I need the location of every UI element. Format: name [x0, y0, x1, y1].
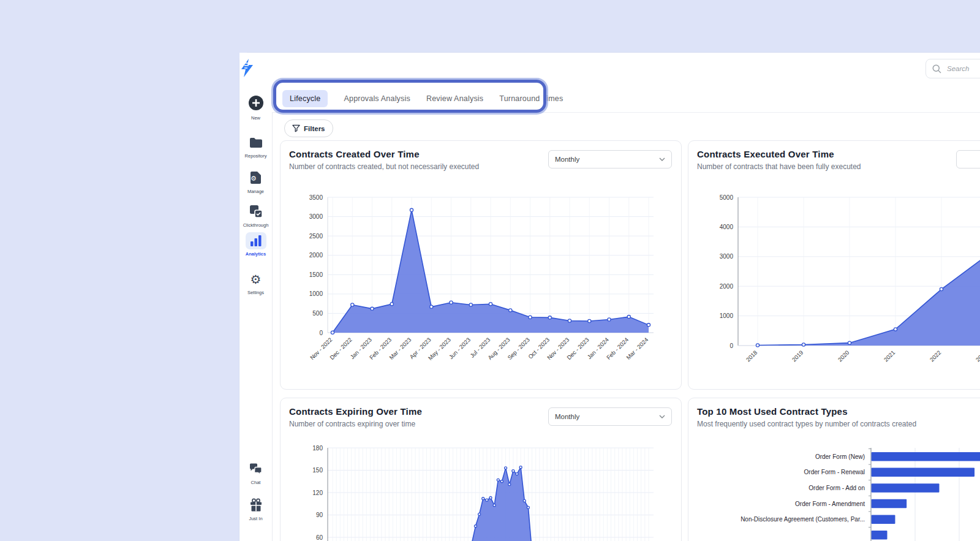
sidebar-item-repository[interactable]: Repository	[239, 134, 272, 159]
card-contracts-executed: Contracts Executed Over Time Number of c…	[688, 140, 980, 390]
card-title: Contracts Executed Over Time	[697, 149, 834, 159]
period-select[interactable]: Monthly	[548, 407, 672, 426]
gear-icon: ⚙	[246, 271, 266, 288]
app-logo[interactable]	[239, 59, 272, 77]
sidebar-item-label: Analytics	[239, 251, 272, 257]
filters-label: Filters	[304, 125, 325, 132]
card-contracts-created: Contracts Created Over Time Number of co…	[280, 140, 682, 390]
sidebar-item-clickthrough[interactable]: Clickthrough	[239, 203, 272, 228]
sidebar-item-analytics[interactable]: Analytics	[239, 232, 272, 257]
sidebar-item-label: Settings	[239, 290, 272, 295]
card-subtitle: Number of contracts that have been fully…	[697, 162, 861, 171]
svg-text:3000: 3000	[720, 253, 734, 260]
sidebar-item-just-in[interactable]: Just In	[239, 496, 272, 521]
sidebar-item-manage[interactable]: ⚙ Manage	[239, 169, 272, 194]
card-subtitle: Number of contracts created, but not nec…	[289, 162, 479, 171]
svg-text:150: 150	[312, 467, 323, 474]
area-chart-contracts-created: 0500100015002000250030003500Nov - 2022De…	[289, 187, 673, 382]
folder-icon	[249, 137, 263, 148]
card-subtitle: Most frequently used contract types by n…	[697, 420, 916, 428]
svg-text:2022: 2022	[929, 349, 943, 363]
svg-text:Non-Disclosure Agreement (Cust: Non-Disclosure Agreement (Customers, Par…	[741, 516, 865, 523]
period-select-value: Monthly	[555, 413, 579, 420]
svg-text:2018: 2018	[745, 349, 759, 363]
svg-text:Order Form - Add on: Order Form - Add on	[809, 485, 865, 491]
search-box[interactable]	[925, 59, 980, 78]
tab-bar: Lifecycle Approvals Analysis Review Anal…	[272, 85, 980, 113]
funnel-icon	[292, 124, 300, 132]
period-select[interactable]: Monthly	[548, 150, 672, 168]
gift-icon	[249, 498, 263, 512]
svg-text:2000: 2000	[309, 252, 323, 259]
svg-text:0: 0	[319, 330, 323, 336]
tab-review-analysis[interactable]: Review Analysis	[426, 90, 483, 107]
svg-text:2023: 2023	[974, 349, 980, 363]
sidebar-item-chat[interactable]: Chat	[239, 461, 272, 485]
svg-text:Order Form - Amendment: Order Form - Amendment	[795, 501, 865, 507]
sidebar-item-label: New	[239, 115, 272, 121]
sidebar: New Repository ⚙ Manage	[239, 53, 273, 541]
card-title: Top 10 Most Used Contract Types	[697, 406, 848, 417]
svg-text:3000: 3000	[309, 213, 323, 220]
bar-chart-icon	[250, 235, 262, 246]
svg-text:Jun - 2023: Jun - 2023	[448, 336, 472, 361]
card-subtitle: Number of contracts expiring over time	[289, 420, 415, 428]
sidebar-item-label: Clickthrough	[239, 222, 272, 228]
sidebar-item-label: Repository	[239, 153, 272, 159]
sidebar-item-label: Manage	[239, 189, 272, 194]
filters-button[interactable]: Filters	[284, 119, 333, 137]
card-contracts-expiring: Contracts Expiring Over Time Number of c…	[280, 398, 682, 541]
area-chart-contracts-executed: 0100020003000400050002018201920202021202…	[697, 187, 980, 382]
page-background: New Repository ⚙ Manage	[0, 0, 980, 541]
stacked-check-icon	[249, 205, 263, 218]
lightning-bolt-icon	[239, 59, 255, 77]
svg-text:4000: 4000	[720, 224, 734, 230]
svg-text:120: 120	[312, 490, 323, 496]
svg-text:180: 180	[312, 445, 323, 452]
document-gear-icon: ⚙	[250, 171, 262, 184]
chevron-down-icon	[659, 157, 665, 161]
card-title: Contracts Created Over Time	[289, 149, 420, 159]
area-chart-contracts-expiring: 0306090120150180	[289, 442, 673, 541]
svg-text:2000: 2000	[720, 283, 734, 290]
search-icon	[932, 64, 941, 74]
plus-circle-icon	[248, 95, 264, 111]
svg-text:500: 500	[312, 310, 323, 317]
bar-chart-top-contract-types: Order Form (New)Order Form - RenewalOrde…	[697, 444, 980, 541]
period-select-value: Monthly	[555, 156, 579, 163]
card-title: Contracts Expiring Over Time	[289, 406, 422, 417]
sidebar-item-settings[interactable]: ⚙ Settings	[239, 271, 272, 295]
sidebar-item-label: Chat	[239, 480, 272, 485]
sidebar-item-new[interactable]: New	[239, 94, 272, 121]
tab-lifecycle[interactable]: Lifecycle	[282, 90, 328, 107]
svg-text:1000: 1000	[720, 312, 734, 319]
svg-text:2020: 2020	[837, 349, 851, 363]
svg-text:Order Form - Renewal: Order Form - Renewal	[804, 469, 865, 475]
svg-text:1000: 1000	[309, 290, 323, 297]
app-window: New Repository ⚙ Manage	[239, 52, 980, 541]
svg-text:1500: 1500	[309, 271, 323, 278]
tab-turnaround-times[interactable]: Turnaround Times	[499, 90, 563, 107]
top-bar	[272, 53, 980, 85]
svg-text:3500: 3500	[309, 194, 323, 201]
svg-text:⚙: ⚙	[251, 175, 257, 182]
svg-text:2500: 2500	[309, 233, 323, 240]
svg-text:0: 0	[729, 342, 733, 349]
svg-text:60: 60	[316, 534, 323, 541]
search-input[interactable]	[946, 64, 980, 73]
svg-text:90: 90	[316, 512, 323, 518]
card-top-contract-types: Top 10 Most Used Contract Types Most fre…	[688, 398, 980, 541]
svg-text:2021: 2021	[883, 349, 897, 363]
tab-approvals-analysis[interactable]: Approvals Analysis	[344, 90, 410, 107]
svg-text:5000: 5000	[720, 194, 734, 201]
sidebar-item-label: Just In	[239, 516, 272, 521]
chevron-down-icon	[659, 415, 665, 418]
period-select[interactable]	[956, 150, 980, 168]
svg-text:2019: 2019	[791, 349, 805, 363]
svg-text:Order Form (New): Order Form (New)	[815, 453, 865, 460]
chat-bubbles-icon	[249, 463, 263, 475]
